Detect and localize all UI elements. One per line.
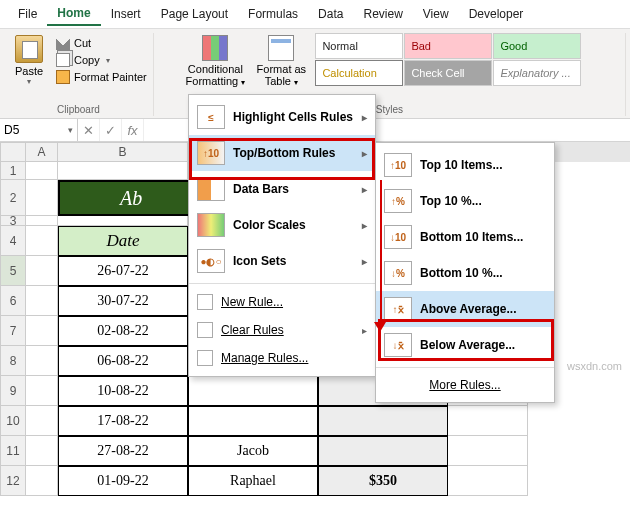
col-header-a[interactable]: A bbox=[26, 142, 58, 162]
cell-name[interactable]: Jacob bbox=[188, 436, 318, 466]
chevron-right-icon: ▸ bbox=[362, 148, 367, 159]
tab-data[interactable]: Data bbox=[308, 3, 353, 25]
menu-highlight-cells-rules[interactable]: ≤ Highlight Cells Rules ▸ bbox=[189, 99, 375, 135]
menu-top-10-percent[interactable]: ↑% Top 10 %... bbox=[376, 183, 554, 219]
style-check-cell[interactable]: Check Cell bbox=[404, 60, 492, 86]
menu-color-scales[interactable]: Color Scales ▸ bbox=[189, 207, 375, 243]
row-header-9[interactable]: 9 bbox=[0, 376, 26, 406]
fx-icon[interactable]: fx bbox=[122, 119, 144, 141]
cell[interactable] bbox=[58, 162, 188, 180]
confirm-formula-button[interactable]: ✓ bbox=[100, 119, 122, 141]
row-header-2[interactable]: 2 bbox=[0, 180, 26, 216]
style-calculation[interactable]: Calculation bbox=[315, 60, 403, 86]
row-header-7[interactable]: 7 bbox=[0, 316, 26, 346]
conditional-formatting-button[interactable]: Conditional Formatting ▾ bbox=[183, 33, 247, 101]
row-header-1[interactable]: 1 bbox=[0, 162, 26, 180]
menu-data-bars[interactable]: Data Bars ▸ bbox=[189, 171, 375, 207]
cell-date[interactable]: 01-09-22 bbox=[58, 466, 188, 496]
cancel-formula-button[interactable]: ✕ bbox=[78, 119, 100, 141]
menu-clear-rules[interactable]: Clear Rules ▸ bbox=[189, 316, 375, 344]
cell[interactable] bbox=[26, 346, 58, 376]
row-header-6[interactable]: 6 bbox=[0, 286, 26, 316]
style-explanatory[interactable]: Explanatory ... bbox=[493, 60, 581, 86]
format-as-table-button[interactable]: Format as Table ▾ bbox=[249, 33, 313, 101]
conditional-formatting-icon bbox=[202, 35, 228, 61]
tab-home[interactable]: Home bbox=[47, 2, 100, 26]
row-header-8[interactable]: 8 bbox=[0, 346, 26, 376]
cell-date[interactable]: 02-08-22 bbox=[58, 316, 188, 346]
tab-developer[interactable]: Developer bbox=[459, 3, 534, 25]
style-good[interactable]: Good bbox=[493, 33, 581, 59]
cell[interactable] bbox=[448, 406, 528, 436]
menu-top-10-items[interactable]: ↑10 Top 10 Items... bbox=[376, 147, 554, 183]
cell[interactable] bbox=[188, 376, 318, 406]
cell[interactable] bbox=[26, 436, 58, 466]
cell-date[interactable]: 26-07-22 bbox=[58, 256, 188, 286]
cell[interactable] bbox=[26, 162, 58, 180]
menu-bottom-10-items[interactable]: ↓10 Bottom 10 Items... bbox=[376, 219, 554, 255]
menu-manage-rules[interactable]: Manage Rules... bbox=[189, 344, 375, 372]
cell[interactable] bbox=[26, 316, 58, 346]
cell-styles-gallery[interactable]: Normal Bad Good Calculation Check Cell E… bbox=[315, 33, 595, 86]
copy-button[interactable]: Copy▾ bbox=[54, 52, 149, 68]
cell[interactable] bbox=[26, 216, 58, 226]
cell[interactable] bbox=[26, 256, 58, 286]
row-header-4[interactable]: 4 bbox=[0, 226, 26, 256]
tab-review[interactable]: Review bbox=[353, 3, 412, 25]
cell[interactable] bbox=[318, 436, 448, 466]
manage-rules-icon bbox=[197, 350, 213, 366]
chevron-down-icon: ▾ bbox=[241, 78, 245, 87]
menu-above-average[interactable]: ↑x̄ Above Average... bbox=[376, 291, 554, 327]
cell[interactable] bbox=[26, 376, 58, 406]
menu-more-rules[interactable]: More Rules... bbox=[376, 372, 554, 398]
row-header-5[interactable]: 5 bbox=[0, 256, 26, 286]
style-bad[interactable]: Bad bbox=[404, 33, 492, 59]
menu-below-average[interactable]: ↓x̄ Below Average... bbox=[376, 327, 554, 363]
chevron-right-icon: ▸ bbox=[362, 256, 367, 267]
menu-bottom-10-percent[interactable]: ↓% Bottom 10 %... bbox=[376, 255, 554, 291]
format-painter-button[interactable]: Format Painter bbox=[54, 69, 149, 85]
cell[interactable] bbox=[26, 286, 58, 316]
chevron-down-icon: ▾ bbox=[68, 125, 73, 135]
header-date[interactable]: Date bbox=[58, 226, 188, 256]
bottom-10-percent-icon: ↓% bbox=[384, 261, 412, 285]
row-header-12[interactable]: 12 bbox=[0, 466, 26, 496]
cell-amount[interactable]: $350 bbox=[318, 466, 448, 496]
tab-view[interactable]: View bbox=[413, 3, 459, 25]
cell-date[interactable]: 27-08-22 bbox=[58, 436, 188, 466]
menu-top-bottom-rules[interactable]: ↑10 Top/Bottom Rules ▸ bbox=[189, 135, 375, 171]
cell[interactable] bbox=[26, 466, 58, 496]
col-header-b[interactable]: B bbox=[58, 142, 188, 162]
row-header-11[interactable]: 11 bbox=[0, 436, 26, 466]
row-header-3[interactable]: 3 bbox=[0, 216, 26, 226]
top-bottom-icon: ↑10 bbox=[197, 141, 225, 165]
chevron-right-icon: ▸ bbox=[362, 220, 367, 231]
menu-icon-sets[interactable]: ●◐○ Icon Sets ▸ bbox=[189, 243, 375, 279]
select-all-corner[interactable] bbox=[0, 142, 26, 162]
name-box[interactable]: D5▾ bbox=[0, 119, 78, 141]
style-normal[interactable]: Normal bbox=[315, 33, 403, 59]
cell-date[interactable]: 06-08-22 bbox=[58, 346, 188, 376]
cell[interactable] bbox=[448, 436, 528, 466]
cut-button[interactable]: Cut bbox=[54, 35, 149, 51]
cell[interactable] bbox=[26, 226, 58, 256]
tab-page-layout[interactable]: Page Layout bbox=[151, 3, 238, 25]
tab-insert[interactable]: Insert bbox=[101, 3, 151, 25]
chevron-right-icon: ▸ bbox=[362, 325, 367, 336]
cell-date[interactable]: 10-08-22 bbox=[58, 376, 188, 406]
cell[interactable] bbox=[26, 180, 58, 216]
cell[interactable] bbox=[188, 406, 318, 436]
cell[interactable] bbox=[26, 406, 58, 436]
cell-date[interactable]: 30-07-22 bbox=[58, 286, 188, 316]
cell[interactable] bbox=[318, 406, 448, 436]
conditional-formatting-menu: ≤ Highlight Cells Rules ▸ ↑10 Top/Bottom… bbox=[188, 94, 376, 377]
cell[interactable] bbox=[58, 216, 188, 226]
cell-name[interactable]: Raphael bbox=[188, 466, 318, 496]
row-header-10[interactable]: 10 bbox=[0, 406, 26, 436]
menu-new-rule[interactable]: New Rule... bbox=[189, 288, 375, 316]
cell-date[interactable]: 17-08-22 bbox=[58, 406, 188, 436]
cell[interactable] bbox=[448, 466, 528, 496]
tab-file[interactable]: File bbox=[8, 3, 47, 25]
paste-button[interactable]: Paste ▾ bbox=[8, 33, 50, 88]
tab-formulas[interactable]: Formulas bbox=[238, 3, 308, 25]
